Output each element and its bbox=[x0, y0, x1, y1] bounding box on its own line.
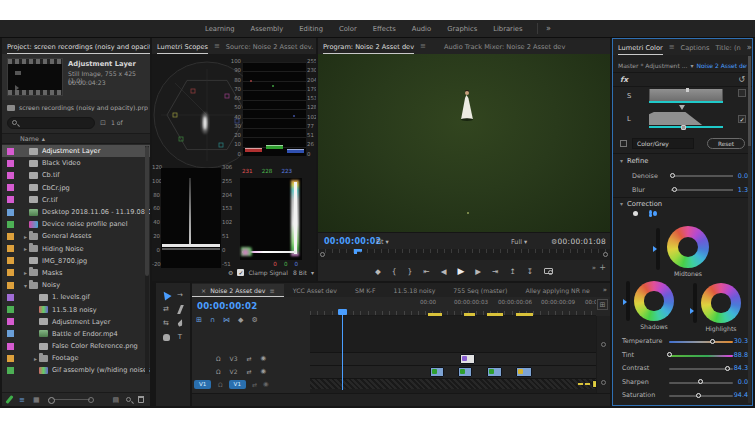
toggle-track-output-icon[interactable]: ◉ bbox=[263, 380, 269, 388]
project-item[interactable]: Desktop 2018.11.06 - 11.19.08.02.mp4 bbox=[2, 206, 150, 218]
saturation-checkbox[interactable] bbox=[738, 89, 746, 97]
track-height-presets-icon[interactable]: ⊞ bbox=[597, 299, 608, 310]
toggle-track-output-icon[interactable]: ◉ bbox=[261, 354, 267, 362]
project-item[interactable]: ▸ Footage bbox=[2, 352, 150, 364]
project-item[interactable]: Adjustment Layer bbox=[2, 145, 150, 157]
slider-knob[interactable] bbox=[672, 187, 677, 192]
sequence-tab[interactable]: × Noise 2 Asset dev ≡ bbox=[192, 284, 284, 297]
label-color-chip[interactable] bbox=[7, 294, 14, 301]
section-refine[interactable]: Refine bbox=[620, 157, 648, 165]
shadows-color-wheel[interactable] bbox=[634, 281, 674, 321]
hsl-saturation-range-slider[interactable] bbox=[649, 89, 723, 101]
timeline-ruler[interactable]: 00:0000:00:00:0300:00:00:0600:00:00:0900… bbox=[310, 297, 596, 316]
project-item[interactable]: False Color Reference.png bbox=[2, 340, 150, 352]
sort-ascending-icon[interactable]: ▴ bbox=[42, 135, 45, 143]
project-item[interactable]: ▸ Hiding Noise bbox=[2, 243, 150, 255]
mark-in-button[interactable]: { bbox=[392, 267, 397, 276]
slider-knob[interactable] bbox=[667, 352, 672, 357]
label-color-chip[interactable] bbox=[7, 245, 14, 252]
luma-range-knob[interactable] bbox=[681, 125, 686, 130]
playhead[interactable] bbox=[354, 249, 362, 254]
sequence-tab[interactable]: × Alley applying NR ne ≡ bbox=[516, 284, 598, 296]
lock-icon[interactable]: Ω bbox=[216, 355, 221, 362]
go-to-in-button[interactable]: ⇤ bbox=[423, 267, 429, 276]
midtones-level-slider[interactable] bbox=[656, 228, 660, 270]
label-color-chip[interactable] bbox=[7, 318, 14, 325]
label-color-chip[interactable] bbox=[7, 221, 14, 228]
hsl-luma-range-slider[interactable] bbox=[649, 112, 719, 125]
track-v1[interactable] bbox=[310, 378, 596, 389]
preview-thumbnail[interactable] bbox=[7, 58, 63, 96]
project-item[interactable]: 11.5.18 noisy bbox=[2, 303, 150, 315]
track-label[interactable]: V3 bbox=[230, 355, 238, 362]
label-color-chip[interactable] bbox=[7, 257, 14, 264]
timeline-clip[interactable] bbox=[487, 367, 502, 377]
slider-knob[interactable] bbox=[670, 173, 675, 178]
white-point-icon[interactable] bbox=[633, 211, 638, 216]
program-video-display[interactable] bbox=[318, 54, 610, 232]
disclosure-arrow-icon[interactable]: ▸ bbox=[32, 355, 39, 362]
timeline-clip[interactable] bbox=[460, 354, 475, 364]
sequence-clip-name[interactable]: Noise 2 Asset dev *... bbox=[696, 62, 747, 69]
color-grey-checkbox[interactable] bbox=[620, 140, 627, 147]
timeline-clip[interactable] bbox=[430, 367, 444, 377]
chevron-down-icon[interactable]: ▾ bbox=[311, 269, 314, 276]
go-to-out-button[interactable]: ⇥ bbox=[492, 267, 498, 276]
lift-button[interactable]: ↥ bbox=[509, 267, 515, 276]
workspace-tab[interactable]: Audio bbox=[412, 25, 431, 33]
workspace-tab[interactable]: Graphics bbox=[447, 25, 477, 33]
timeline-settings-wrench-icon[interactable]: ⚙ bbox=[251, 316, 257, 324]
chevron-down-icon[interactable]: ▾ bbox=[690, 62, 693, 69]
shadows-level-slider[interactable] bbox=[626, 281, 630, 321]
current-timecode[interactable]: 00:00:00:02 bbox=[324, 237, 381, 246]
color-grey-mode[interactable]: Color/Grey bbox=[632, 138, 694, 149]
filter-bin-icon[interactable]: ⊡ bbox=[100, 119, 106, 127]
find-button[interactable] bbox=[126, 397, 131, 402]
project-item[interactable]: Battle of Endor.mp4 bbox=[2, 328, 150, 340]
playback-resolution-dropdown[interactable]: Full ▾ bbox=[511, 238, 527, 246]
workspace-tab[interactable]: Color bbox=[339, 25, 357, 33]
label-color-chip[interactable] bbox=[7, 269, 14, 276]
label-color-chip[interactable] bbox=[7, 343, 14, 350]
reset-button[interactable]: Reset bbox=[707, 138, 745, 149]
sync-lock-icon[interactable]: ⇄ bbox=[252, 381, 257, 388]
slider-value[interactable]: 30.3 bbox=[722, 337, 748, 345]
pen-tool[interactable] bbox=[176, 318, 184, 327]
highlights-color-wheel[interactable] bbox=[701, 283, 741, 323]
workspace-overflow-icon[interactable]: » bbox=[546, 24, 551, 33]
writable-toggle-icon[interactable] bbox=[5, 395, 13, 404]
zoom-level-dropdown[interactable]: Fit ▾ bbox=[376, 238, 389, 246]
project-item[interactable]: Gif assembly (w/hiding noise asse bbox=[2, 364, 150, 376]
sequence-tab[interactable]: × YCC Asset dev ≡ bbox=[284, 284, 346, 296]
timeline-horizontal-scrollbar[interactable] bbox=[192, 393, 610, 406]
panel-overflow-icon[interactable]: » bbox=[603, 286, 607, 294]
add-marker-icon[interactable]: ◆ bbox=[238, 316, 243, 324]
sync-lock-icon[interactable]: ⇄ bbox=[247, 368, 252, 375]
project-item[interactable]: ▸ Masks bbox=[2, 267, 150, 279]
lumetri-scrollbar[interactable] bbox=[748, 56, 751, 403]
label-color-chip[interactable] bbox=[7, 148, 14, 155]
project-scrollbar[interactable] bbox=[145, 146, 149, 374]
luma-range-marker[interactable] bbox=[679, 105, 685, 110]
label-color-chip[interactable] bbox=[7, 209, 14, 216]
selection-tool[interactable] bbox=[160, 289, 171, 300]
toggle-track-output-icon[interactable]: ◉ bbox=[261, 367, 267, 375]
close-icon[interactable]: × bbox=[201, 287, 206, 294]
snap-magnet-icon[interactable]: ∩ bbox=[210, 316, 215, 324]
settings-wrench-icon[interactable]: ⚙ bbox=[228, 269, 233, 276]
tab-program-monitor[interactable]: Program: Noise 2 Asset dev bbox=[323, 39, 414, 54]
bit-depth-dropdown[interactable]: 8 Bit bbox=[293, 269, 307, 276]
section-correction[interactable]: Correction bbox=[620, 200, 662, 208]
luma-checkbox[interactable]: ✓ bbox=[738, 115, 746, 123]
workspace-tab[interactable]: Libraries bbox=[493, 25, 522, 33]
timeline-clip[interactable] bbox=[458, 367, 472, 377]
project-item[interactable]: ▸ General Assets bbox=[2, 230, 150, 242]
timeline-timecode[interactable]: 00:00:00:02 bbox=[197, 301, 257, 311]
slider-value[interactable]: 94.4 bbox=[722, 391, 748, 399]
master-clip-dropdown[interactable]: Master * Adjustment ... bbox=[618, 62, 687, 69]
scroll-handle-bottom[interactable] bbox=[601, 380, 606, 385]
timeline-vertical-scrollbar[interactable] bbox=[596, 316, 610, 393]
workspace-tab[interactable]: Effects bbox=[373, 25, 396, 33]
project-item[interactable]: ▾ Noisy bbox=[2, 279, 150, 291]
panel-menu-icon[interactable]: ≡ bbox=[214, 42, 220, 50]
